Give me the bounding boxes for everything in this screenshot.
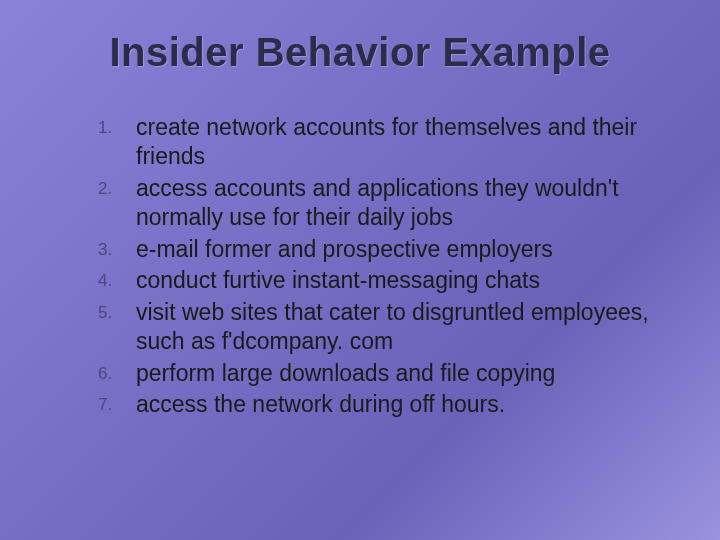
list-number: 6. — [98, 359, 128, 385]
slide: Insider Behavior Example 1. create netwo… — [0, 0, 720, 540]
page-title: Insider Behavior Example — [40, 30, 680, 75]
list-item: 6. perform large downloads and file copy… — [98, 359, 680, 388]
list-text: create network accounts for themselves a… — [128, 113, 680, 172]
list-number: 3. — [98, 235, 128, 261]
list-number: 5. — [98, 298, 128, 324]
list-item: 1. create network accounts for themselve… — [98, 113, 680, 172]
list-number: 2. — [98, 174, 128, 200]
list-text: e-mail former and prospective employers — [128, 235, 553, 264]
list-item: 5. visit web sites that cater to disgrun… — [98, 298, 680, 357]
numbered-list: 1. create network accounts for themselve… — [40, 113, 680, 419]
list-text: access accounts and applications they wo… — [128, 174, 680, 233]
list-item: 7. access the network during off hours. — [98, 390, 680, 419]
list-item: 3. e-mail former and prospective employe… — [98, 235, 680, 264]
list-text: conduct furtive instant-messaging chats — [128, 266, 540, 295]
list-item: 4. conduct furtive instant-messaging cha… — [98, 266, 680, 295]
list-number: 4. — [98, 266, 128, 292]
list-number: 1. — [98, 113, 128, 139]
list-text: perform large downloads and file copying — [128, 359, 555, 388]
list-text: visit web sites that cater to disgruntle… — [128, 298, 680, 357]
list-item: 2. access accounts and applications they… — [98, 174, 680, 233]
list-number: 7. — [98, 390, 128, 416]
list-text: access the network during off hours. — [128, 390, 505, 419]
